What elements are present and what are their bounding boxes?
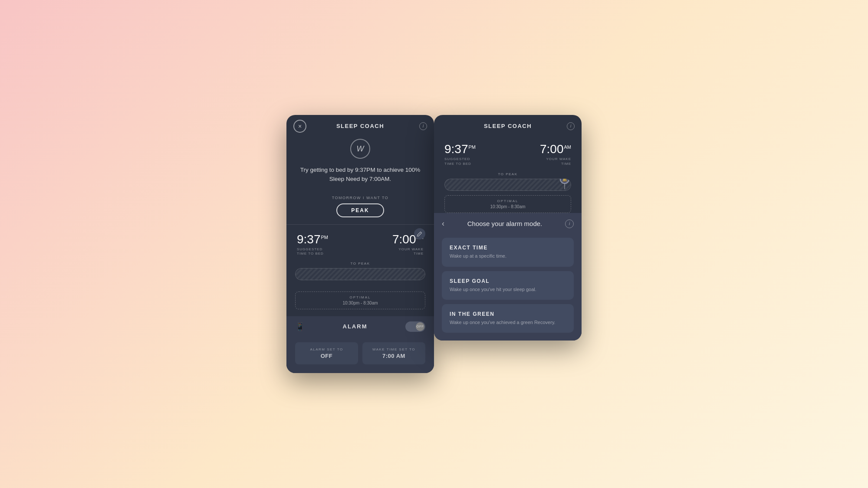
right-waketime-label: YOUR WAKE TIME [540,157,571,166]
bar-stripe [295,268,425,280]
exact-time-title: EXACT TIME [450,245,566,251]
pencil-icon [417,231,422,236]
right-header: SLEEP COACH i [434,115,582,135]
in-the-green-desc: Wake up once you've achieved a green Rec… [450,319,566,326]
right-sleep-stats: 9:37PM SUGGESTED TIME TO BED 7:00AM YOUR… [434,135,582,172]
toggle-knob: OFF [416,322,424,331]
sleep-stats: 9:37PM SUGGESTED TIME TO BED 7:00AM YOUR… [286,232,434,262]
left-sleep-bar-container: TO PEAK 9:23 [286,262,434,287]
left-help-icon[interactable]: i [419,122,427,130]
in-the-green-title: IN THE GREEN [450,311,566,317]
right-sleep-bar: 9:23 🔔 [444,179,571,191]
waketime-label: YOUR WAKE TIME [392,247,424,256]
sleep-goal-title: SLEEP GOAL [450,278,566,284]
alarm-set-value: OFF [299,353,355,359]
close-button[interactable]: × [293,120,306,133]
alarm-label: ALARM [343,323,368,330]
wake-time-label: WAKE TIME SET TO [366,347,422,351]
alarm-set-label: ALARM SET TO [299,347,355,351]
bedtime-stat: 9:37PM SUGGESTED TIME TO BED [297,233,328,256]
right-help-icon[interactable]: i [567,122,575,130]
sleep-goal-desc: Wake up once you've hit your sleep goal. [450,286,566,293]
edit-button[interactable] [414,228,425,239]
left-screen-title: SLEEP COACH [336,123,384,129]
right-bar-top-label: TO PEAK [444,172,571,176]
right-bar-stripe [444,179,571,191]
left-header: × SLEEP COACH i [286,115,434,135]
right-bedtime-value: 9:37PM [444,143,476,155]
bedtime-label: SUGGESTED TIME TO BED [297,247,328,256]
right-waketime-value: 7:00AM [540,143,571,155]
pin-icon: 🔔 [558,179,571,191]
suggestion-text: Try getting to bed by 9:37PM to achieve … [286,166,434,183]
in-the-green-option[interactable]: IN THE GREEN Wake up once you've achieve… [442,304,574,333]
peak-button[interactable]: PEAK [336,203,384,217]
alarm-set-button[interactable]: ALARM SET TO OFF [295,342,358,364]
exact-time-option[interactable]: EXACT TIME Wake up at a specific time. [442,238,574,266]
screens-container: × SLEEP COACH i W Try getting to bed by … [286,115,582,373]
optimal-label: OPTIMAL [296,295,425,299]
wake-time-value: 7:00 AM [366,353,422,359]
alarm-toggle[interactable]: OFF [405,321,425,332]
right-screen: SLEEP COACH i 9:37PM SUGGESTED TIME TO B… [434,115,582,341]
right-screen-title: SLEEP COACH [484,123,532,129]
sleep-bar: 9:23 [295,268,425,280]
alarm-mode-title: Choose your alarm mode. [450,220,560,227]
alarm-section: 📱 ALARM OFF [286,316,434,337]
alarm-mode-help-icon[interactable]: i [565,219,574,228]
bar-top-label: TO PEAK [295,262,425,265]
brand-circle: W [350,139,370,159]
wake-time-button[interactable]: WAKE TIME SET TO 7:00 AM [362,342,425,364]
right-waketime-stat: 7:00AM YOUR WAKE TIME [540,143,571,166]
right-optimal-range: 10:30pm - 8:30am [445,204,571,209]
optimal-range: 10:30pm - 8:30am [296,301,425,305]
alarm-buttons: ALARM SET TO OFF WAKE TIME SET TO 7:00 A… [286,337,434,373]
right-bedtime-stat: 9:37PM SUGGESTED TIME TO BED [444,143,476,166]
alarm-mode-header: ‹ Choose your alarm mode. i [434,213,582,234]
optimal-box: OPTIMAL 10:30pm - 8:30am [295,291,425,309]
toggle-state: OFF [416,324,424,328]
right-bedtime-label: SUGGESTED TIME TO BED [444,157,476,166]
left-screen: × SLEEP COACH i W Try getting to bed by … [286,115,434,373]
bedtime-value: 9:37PM [297,233,328,246]
exact-time-desc: Wake up at a specific time. [450,253,566,259]
phone-icon: 📱 [295,322,305,331]
brand-logo: W [286,139,434,159]
tomorrow-section: TOMORROW I WANT TO PEAK [286,196,434,217]
right-optimal-box: OPTIMAL 10:30pm - 8:30am [444,195,571,213]
right-bar-container: TO PEAK 9:23 🔔 [434,172,582,191]
alarm-options: EXACT TIME Wake up at a specific time. S… [434,234,582,341]
divider [286,224,434,225]
right-optimal-label: OPTIMAL [445,199,571,203]
back-button[interactable]: ‹ [442,219,444,228]
alarm-mode-section: ‹ Choose your alarm mode. i EXACT TIME W… [434,213,582,341]
sleep-goal-option[interactable]: SLEEP GOAL Wake up once you've hit your … [442,271,574,300]
tomorrow-label: TOMORROW I WANT TO [332,196,389,200]
